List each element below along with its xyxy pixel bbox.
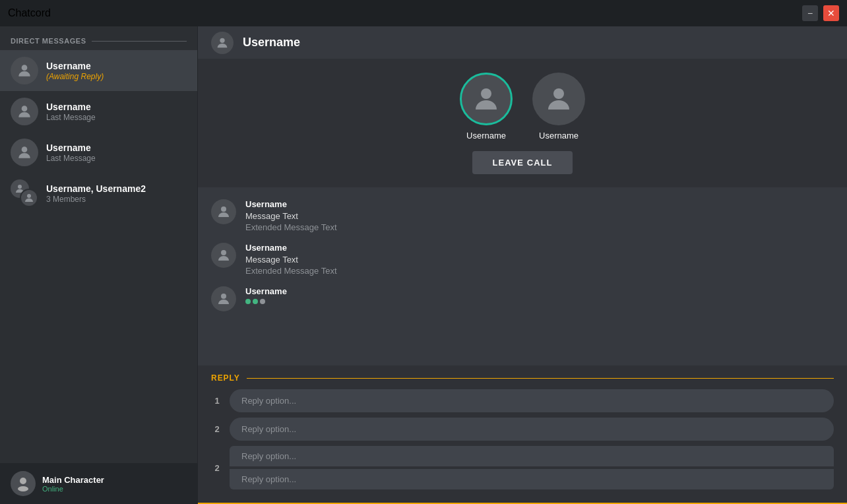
reply-option-3b[interactable]: Reply option... — [230, 469, 834, 489]
message-sender: Username — [245, 243, 834, 253]
message-content: Username Message Text Extended Message T… — [245, 199, 834, 232]
footer-username: Main Character — [42, 475, 104, 485]
dm-info: Username, Username2 3 Members — [46, 183, 187, 204]
reply-row-double: 2 Reply option... Reply option... — [211, 446, 834, 489]
dm-info: Username Last Message — [46, 102, 187, 122]
footer-avatar — [11, 471, 36, 496]
dm-label: DIRECT MESSAGES — [11, 37, 86, 45]
reply-header: REPLY — [211, 373, 834, 383]
sidebar: DIRECT MESSAGES Username (Awaiting Reply… — [0, 26, 198, 504]
message-avatar — [211, 286, 236, 311]
close-button[interactable]: ✕ — [823, 5, 839, 21]
dm-item-1[interactable]: Username (Awaiting Reply) — [0, 50, 197, 91]
svg-point-9 — [553, 88, 564, 99]
dm-info: Username (Awaiting Reply) — [46, 61, 187, 81]
message-text: Message Text — [245, 211, 834, 221]
dm-divider — [92, 41, 187, 42]
message-content: Username Message Text Extended Message T… — [245, 243, 834, 276]
message-avatar — [211, 199, 236, 224]
reply-option-2[interactable]: Reply option... — [230, 418, 834, 441]
svg-point-11 — [221, 250, 226, 255]
footer-status: Online — [42, 485, 104, 493]
reply-row-2: 2 Reply option... — [211, 418, 834, 441]
reply-row-1: 1 Reply option... — [211, 389, 834, 412]
message-content-typing: Username — [245, 286, 834, 304]
chat-header: Username — [198, 26, 847, 59]
leave-call-button[interactable]: LEAVE CALL — [472, 151, 572, 174]
dm-section-header: DIRECT MESSAGES — [0, 26, 197, 50]
message-sender: Username — [245, 286, 834, 296]
avatar — [11, 139, 38, 166]
call-participant-name-1: Username — [466, 131, 506, 141]
chat-header-title: Username — [243, 36, 300, 49]
svg-point-1 — [22, 106, 28, 111]
call-avatar-2 — [532, 73, 585, 125]
svg-point-3 — [18, 185, 22, 189]
svg-point-8 — [481, 88, 491, 99]
messages-area: Username Message Text Extended Message T… — [198, 187, 847, 365]
title-bar: Chatcord − ✕ — [0, 0, 847, 26]
avatar — [11, 57, 38, 84]
typing-indicator — [245, 299, 834, 304]
typing-dot-2 — [253, 299, 258, 304]
minimize-button[interactable]: − — [802, 5, 818, 21]
call-participant-2: Username — [532, 73, 585, 141]
svg-point-4 — [27, 194, 31, 198]
message-item-typing: Username — [198, 281, 847, 317]
dm-item-3[interactable]: Username Last Message — [0, 132, 197, 173]
dm-item-4-group[interactable]: Username, Username2 3 Members — [0, 173, 197, 214]
svg-point-7 — [220, 38, 224, 42]
message-item: Username Message Text Extended Message T… — [198, 194, 847, 237]
app-title: Chatcord — [8, 7, 51, 19]
svg-point-0 — [22, 65, 28, 71]
message-item: Username Message Text Extended Message T… — [198, 237, 847, 281]
dm-last-message: Last Message — [46, 154, 187, 163]
reply-divider — [247, 378, 834, 379]
svg-point-5 — [20, 478, 26, 484]
group-avatar — [11, 179, 38, 207]
dm-group-name: Username, Username2 — [46, 183, 187, 194]
dm-last-message: Last Message — [46, 113, 187, 122]
svg-point-10 — [221, 206, 226, 212]
message-avatar — [211, 243, 236, 268]
dm-status: (Awaiting Reply) — [46, 72, 187, 81]
dm-name: Username — [46, 61, 187, 71]
reply-option-3a[interactable]: Reply option... — [230, 446, 834, 466]
chat-header-avatar — [211, 32, 234, 54]
dm-name: Username — [46, 142, 187, 153]
call-participants: Username Username — [460, 73, 585, 141]
dm-info: Username Last Message — [46, 142, 187, 163]
message-text: Message Text — [245, 255, 834, 265]
footer-user-info: Main Character Online — [42, 475, 104, 493]
reply-options-stacked: Reply option... Reply option... — [230, 446, 834, 489]
call-participant-name-2: Username — [539, 131, 579, 141]
sidebar-footer: Main Character Online — [0, 463, 197, 504]
call-area: Username Username LEAVE CALL — [198, 59, 847, 187]
message-extended-text: Extended Message Text — [245, 266, 834, 276]
typing-dot-1 — [245, 299, 251, 304]
message-sender: Username — [245, 199, 834, 209]
svg-point-6 — [18, 486, 28, 491]
message-extended-text: Extended Message Text — [245, 222, 834, 232]
svg-point-2 — [22, 146, 28, 152]
reply-label: REPLY — [211, 373, 240, 383]
dm-members: 3 Members — [46, 195, 187, 204]
reply-option-1[interactable]: Reply option... — [230, 389, 834, 412]
svg-point-12 — [221, 294, 226, 299]
call-avatar-active — [460, 73, 513, 125]
typing-dot-3 — [260, 299, 265, 304]
window-controls: − ✕ — [802, 5, 839, 21]
avatar — [11, 98, 38, 125]
reply-num-1: 1 — [211, 396, 223, 406]
dm-item-2[interactable]: Username Last Message — [0, 91, 197, 132]
dm-name: Username — [46, 102, 187, 112]
reply-area: REPLY 1 Reply option... 2 Reply option..… — [198, 365, 847, 503]
main-layout: DIRECT MESSAGES Username (Awaiting Reply… — [0, 26, 847, 504]
call-participant-1: Username — [460, 73, 513, 141]
main-content: Username Username Username LEAVE CALL — [198, 26, 847, 504]
reply-num-3: 2 — [211, 446, 223, 489]
reply-num-2: 2 — [211, 424, 223, 434]
